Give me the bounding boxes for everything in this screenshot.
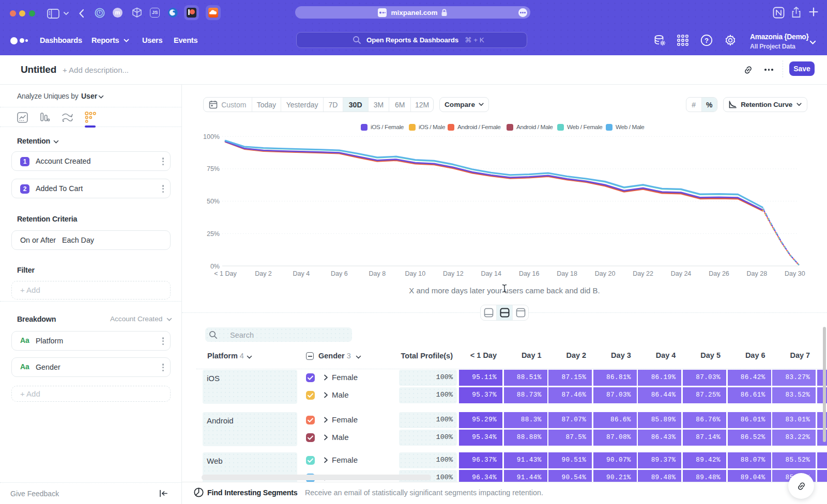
svg-text:Day 22: Day 22 [633, 270, 653, 277]
svg-text:Day 10: Day 10 [405, 270, 425, 277]
svg-text:Day 26: Day 26 [709, 270, 729, 277]
svg-text:< 1 Day: < 1 Day [214, 270, 237, 277]
svg-text:Day 6: Day 6 [331, 270, 348, 277]
svg-text:100%: 100% [203, 133, 220, 140]
svg-text:Day 4: Day 4 [293, 270, 310, 277]
svg-text:0%: 0% [210, 263, 220, 270]
svg-text:Day 28: Day 28 [747, 270, 768, 277]
svg-text:Day 18: Day 18 [557, 270, 577, 277]
svg-text:Day 24: Day 24 [671, 270, 692, 277]
svg-text:Day 8: Day 8 [369, 270, 386, 277]
svg-text:Day 12: Day 12 [443, 270, 464, 277]
svg-text:Day 16: Day 16 [519, 270, 540, 277]
svg-text:?: ? [705, 37, 709, 44]
svg-text:50%: 50% [207, 198, 220, 205]
svg-text:75%: 75% [207, 165, 220, 172]
svg-text:Day 30: Day 30 [785, 270, 805, 277]
svg-text:Day 2: Day 2 [255, 270, 272, 277]
svg-text:Day 20: Day 20 [595, 270, 616, 277]
svg-text:25%: 25% [207, 230, 220, 238]
svg-text:Day 14: Day 14 [481, 270, 501, 277]
